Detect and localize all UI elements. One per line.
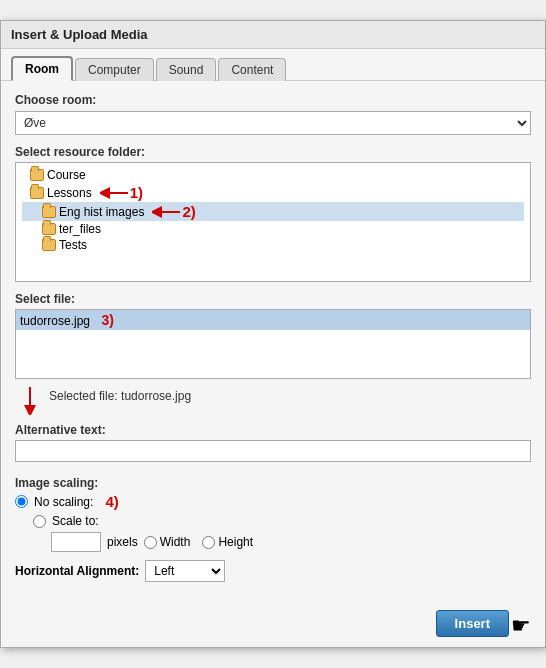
height-radio[interactable] — [202, 536, 215, 549]
annotation-4: 4) — [105, 493, 118, 510]
width-label: Width — [160, 535, 191, 549]
title-bar: Insert & Upload Media — [1, 21, 545, 49]
tab-content-room: Choose room: Øve Select resource folder:… — [1, 81, 545, 604]
resource-folder-wrapper: Course Lessons 1) — [15, 162, 531, 282]
select-file-label: Select file: — [15, 292, 531, 306]
no-scaling-label: No scaling: — [34, 495, 93, 509]
image-scaling-section: No scaling: 4) Scale to: pixels Width He… — [15, 493, 531, 552]
scale-to-row: Scale to: — [33, 514, 531, 528]
tab-sound[interactable]: Sound — [156, 58, 217, 81]
image-scaling-label: Image scaling: — [15, 476, 531, 490]
selected-file-text: Selected file: tudorrose.jpg — [49, 389, 191, 403]
folder-icon-lessons — [30, 187, 44, 199]
tab-room[interactable]: Room — [11, 56, 73, 81]
file-box[interactable]: tudorrose.jpg 3) — [15, 309, 531, 379]
no-scaling-radio[interactable] — [15, 495, 28, 508]
width-radio[interactable] — [144, 536, 157, 549]
selected-file-row: Selected file: tudorrose.jpg — [15, 385, 531, 415]
folder-icon-course — [30, 169, 44, 181]
arrow-1-icon — [100, 185, 130, 201]
no-scaling-row: No scaling: 4) — [15, 493, 531, 510]
pixels-row: pixels Width Height — [51, 532, 531, 552]
choose-room-label: Choose room: — [15, 93, 531, 107]
arrow-2-icon — [152, 204, 182, 220]
resource-folder-label: Select resource folder: — [15, 145, 531, 159]
folder-icon-ter-files — [42, 223, 56, 235]
annotation-3: 3) — [101, 312, 113, 328]
window-title: Insert & Upload Media — [11, 27, 148, 42]
room-select[interactable]: Øve — [15, 111, 531, 135]
cursor-hand-icon: ☛ — [511, 613, 531, 639]
height-label: Height — [218, 535, 253, 549]
arrow-down-icon — [15, 385, 45, 415]
annotation-2: 2) — [152, 203, 195, 220]
tree-label-lessons: Lessons — [47, 186, 92, 200]
insert-button[interactable]: Insert — [436, 610, 509, 637]
scale-to-label: Scale to: — [52, 514, 99, 528]
scale-to-radio[interactable] — [33, 515, 46, 528]
tree-item-tests[interactable]: Tests — [22, 237, 524, 253]
insert-section: Insert ☛ — [436, 610, 531, 637]
tree-label-course: Course — [47, 168, 86, 182]
alt-text-label: Alternative text: — [15, 423, 531, 437]
main-window: Insert & Upload Media Room Computer Soun… — [0, 20, 546, 648]
alt-text-input[interactable] — [15, 440, 531, 462]
pixels-input[interactable] — [51, 532, 101, 552]
tab-bar: Room Computer Sound Content — [1, 49, 545, 81]
alignment-label: Horizontal Alignment: — [15, 564, 139, 578]
bottom-bar: Insert ☛ — [1, 604, 545, 647]
tab-computer[interactable]: Computer — [75, 58, 154, 81]
tree-label-ter-files: ter_files — [59, 222, 101, 236]
folder-icon-tests — [42, 239, 56, 251]
tree-label-eng-hist: Eng hist images — [59, 205, 144, 219]
tree-item-lessons[interactable]: Lessons 1) — [22, 183, 524, 202]
annotation-1: 1) — [100, 184, 143, 201]
alignment-select[interactable]: Left Center Right — [145, 560, 225, 582]
tree-item-eng-hist[interactable]: Eng hist images 2) — [22, 202, 524, 221]
file-item-tudorrose[interactable]: tudorrose.jpg 3) — [16, 310, 530, 330]
folder-icon-eng-hist — [42, 206, 56, 218]
tree-label-tests: Tests — [59, 238, 87, 252]
alignment-row: Horizontal Alignment: Left Center Right — [15, 560, 531, 582]
select-file-section: Select file: tudorrose.jpg 3) — [15, 292, 531, 379]
folder-tree: Course Lessons 1) — [16, 163, 530, 257]
resource-folder-box[interactable]: Course Lessons 1) — [15, 162, 531, 282]
tree-item-ter-files[interactable]: ter_files — [22, 221, 524, 237]
tree-item-course[interactable]: Course — [22, 167, 524, 183]
tab-content[interactable]: Content — [218, 58, 286, 81]
pixels-label: pixels — [107, 535, 138, 549]
